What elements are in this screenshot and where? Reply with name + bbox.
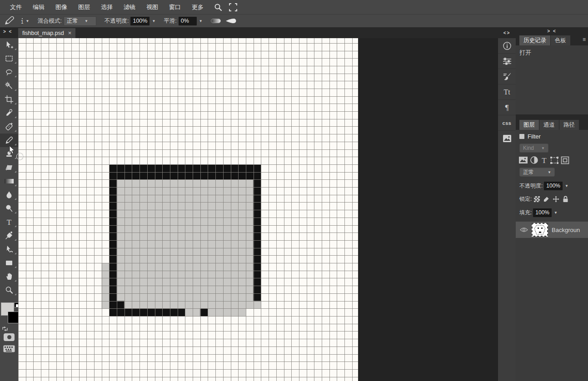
close-icon[interactable]: × <box>68 30 72 36</box>
shape-layer-icon[interactable] <box>550 156 559 164</box>
color-swatch-group <box>0 302 18 338</box>
pressure-size-icon[interactable] <box>225 18 236 24</box>
fill-label: 填充: <box>519 209 532 217</box>
character-icon[interactable]: Tt <box>498 84 516 100</box>
blend-mode-select[interactable]: 正常 ▼ <box>64 16 96 26</box>
pixel-layer-icon[interactable] <box>518 156 528 164</box>
layers-tab-bar: 图层 通道 路径 <box>516 114 588 130</box>
fullscreen-icon[interactable] <box>229 3 237 11</box>
lock-transparency-icon[interactable] <box>534 196 540 202</box>
document-canvas[interactable] <box>18 38 358 381</box>
smoothing-input[interactable]: 0% <box>179 17 197 25</box>
move-tool[interactable] <box>0 38 18 52</box>
spot-healing-tool[interactable] <box>0 120 18 134</box>
magic-wand-tool[interactable] <box>0 79 18 93</box>
menu-view[interactable]: 视图 <box>141 0 164 14</box>
pencil-icon[interactable] <box>4 15 15 26</box>
layer-opacity-caret[interactable]: ▼ <box>565 184 568 188</box>
lasso-tool[interactable] <box>0 65 18 79</box>
css-icon[interactable]: css <box>498 115 516 131</box>
chevron-down-icon: ▼ <box>541 146 545 150</box>
tool-palette: T <box>0 38 18 381</box>
tab-paths[interactable]: 路径 <box>559 120 579 130</box>
right-panel: > < 历史记录 色板 ≡ 打开 图层 通道 路径 Filter Kind ▼ <box>516 27 588 381</box>
toolbar-collapse-icon[interactable]: > < <box>3 29 12 34</box>
menu-layer[interactable]: 图层 <box>73 0 95 14</box>
brush-settings-icon[interactable] <box>498 69 516 84</box>
direct-select-tool[interactable] <box>0 242 18 256</box>
panel-menu-icon[interactable]: ≡ <box>583 36 586 43</box>
history-entry[interactable]: 打开 <box>516 45 588 60</box>
document-tab[interactable]: fishbot_map.psd × <box>18 28 75 38</box>
tab-layers[interactable]: 图层 <box>519 120 539 130</box>
svg-text:T: T <box>542 156 547 164</box>
blend-mode-value: 正常 <box>67 17 78 25</box>
blur-tool[interactable] <box>0 188 18 202</box>
dodge-tool[interactable] <box>0 202 18 215</box>
tool-options-bar: 1 ▼ 混合模式: 正常 ▼ 不透明度: 100% ▼ 平滑: 0% ▼ <box>0 14 588 27</box>
type-layer-icon[interactable]: T <box>540 156 548 164</box>
panel-collapse-icon[interactable]: > < <box>547 29 556 34</box>
layer-opacity-input[interactable]: 100% <box>544 182 563 190</box>
layer-kind-value: Kind <box>523 145 534 151</box>
menu-image[interactable]: 图像 <box>50 0 73 14</box>
pressure-opacity-icon[interactable] <box>211 19 221 23</box>
history-list: 打开 <box>516 45 588 114</box>
filter-checkbox[interactable] <box>519 134 524 139</box>
smart-object-icon[interactable] <box>561 156 569 164</box>
strip-collapse-icon[interactable]: <> <box>503 30 511 35</box>
zoom-tool[interactable] <box>0 283 18 297</box>
keyboard-icon[interactable] <box>3 345 15 352</box>
brush-dropdown-caret[interactable]: ▼ <box>26 19 30 23</box>
chevron-down-icon: ▼ <box>85 19 88 23</box>
swap-colors-icon[interactable] <box>1 325 9 332</box>
filter-label: Filter <box>528 133 541 140</box>
lock-position-icon[interactable] <box>553 196 559 203</box>
layer-kind-select[interactable]: Kind ▼ <box>519 143 548 153</box>
menu-edit[interactable]: 编辑 <box>27 0 50 14</box>
opacity-input[interactable]: 100% <box>130 17 149 25</box>
hand-tool[interactable] <box>0 270 18 283</box>
lock-all-icon[interactable] <box>563 196 568 203</box>
eyedropper-tool[interactable] <box>0 106 18 120</box>
menu-more[interactable]: 更多 <box>186 0 209 14</box>
layer-row[interactable]: Background <box>516 222 588 238</box>
tab-swatches[interactable]: 色板 <box>551 35 570 45</box>
lock-image-icon[interactable] <box>543 196 549 203</box>
quick-mask-icon[interactable] <box>4 333 15 341</box>
layers-panel-body: Filter Kind ▼ T 正常 ▼ <box>516 130 588 381</box>
fill-input[interactable]: 100% <box>533 208 552 217</box>
paragraph-icon[interactable]: ¶ <box>498 100 516 115</box>
image-icon[interactable] <box>498 131 516 146</box>
rectangle-shape-tool[interactable] <box>0 256 18 270</box>
tab-history[interactable]: 历史记录 <box>519 35 550 45</box>
rectangle-select-tool[interactable] <box>0 52 18 65</box>
type-tool[interactable]: T <box>0 215 18 229</box>
brush-size-value: 1 <box>21 20 24 24</box>
menu-select[interactable]: 选择 <box>95 0 118 14</box>
smoothing-caret[interactable]: ▼ <box>199 19 203 23</box>
tab-channels[interactable]: 通道 <box>539 120 559 130</box>
menu-file[interactable]: 文件 <box>5 0 27 14</box>
adjustment-layer-icon[interactable] <box>530 156 538 164</box>
gradient-tool[interactable] <box>0 174 18 188</box>
document-canvas-area[interactable] <box>18 38 358 381</box>
menu-filter[interactable]: 滤镜 <box>118 0 141 14</box>
layer-visibility-eye-icon[interactable] <box>520 227 528 233</box>
clone-stamp-tool[interactable] <box>0 147 18 161</box>
menu-window[interactable]: 窗口 <box>164 0 186 14</box>
layer-thumbnail[interactable] <box>532 223 548 237</box>
crop-tool[interactable] <box>0 93 18 106</box>
adjustments-icon[interactable] <box>498 54 516 69</box>
pencil-tool[interactable] <box>0 134 18 147</box>
opacity-caret[interactable]: ▼ <box>152 19 155 23</box>
eraser-tool[interactable] <box>0 161 18 174</box>
pen-tool[interactable] <box>0 229 18 242</box>
brush-size-preview[interactable]: 1 <box>21 18 24 24</box>
workspace-background <box>358 38 498 381</box>
fill-caret[interactable]: ▼ <box>554 211 558 215</box>
layer-blend-mode-select[interactable]: 正常 ▼ <box>519 168 555 177</box>
blend-mode-label: 混合模式: <box>37 17 61 25</box>
search-icon[interactable] <box>214 3 223 12</box>
info-icon[interactable] <box>498 38 516 54</box>
